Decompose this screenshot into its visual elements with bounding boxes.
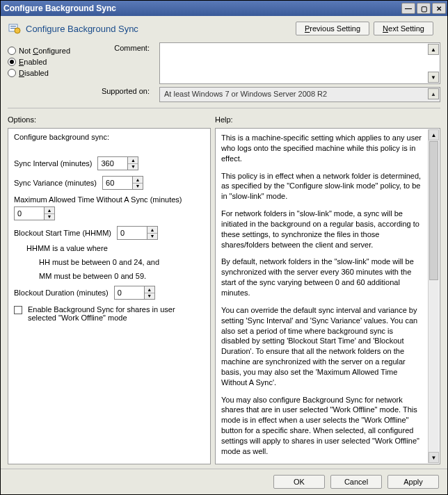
policy-icon xyxy=(8,22,22,35)
radio-enabled[interactable]: Enabled xyxy=(8,58,91,66)
spin-up-icon[interactable]: ▲ xyxy=(128,157,138,164)
scrollbar[interactable]: ▲ ▼ xyxy=(428,129,439,463)
previous-setting-button[interactable]: Previous Setting xyxy=(296,22,369,35)
radio-disabled[interactable]: Disabled xyxy=(8,69,91,77)
ok-button[interactable]: OK xyxy=(273,475,325,489)
maximize-button[interactable]: ▢ xyxy=(417,3,431,14)
radio-icon xyxy=(8,69,16,77)
radio-not-configured[interactable]: Not Configured xyxy=(8,47,91,55)
supported-on-label: Supported on: xyxy=(97,87,150,95)
spin-down-icon[interactable]: ▼ xyxy=(133,184,143,190)
max-allowed-spinner[interactable]: ▲▼ xyxy=(14,206,55,220)
hh-rule: HH must be between 0 and 24, and xyxy=(39,258,205,266)
blockout-start-label: Blockout Start Time (HHMM) xyxy=(14,229,111,237)
radio-icon xyxy=(8,58,16,66)
help-text: For network folders in "slow-link" mode,… xyxy=(221,209,423,250)
help-text: By default, network folders in the "slow… xyxy=(221,257,423,298)
max-allowed-label: Maximum Allowed Time Without A Sync (min… xyxy=(14,195,205,204)
options-pane: Configure background sync: Sync Interval… xyxy=(8,128,211,464)
svg-rect-1 xyxy=(10,26,16,27)
blockout-duration-label: Blockout Duration (minutes) xyxy=(14,289,109,297)
sync-interval-input[interactable] xyxy=(98,157,127,170)
sync-interval-label: Sync Interval (minutes) xyxy=(14,159,92,168)
scroll-down-icon[interactable]: ▼ xyxy=(429,452,439,463)
blockout-duration-spinner[interactable]: ▲▼ xyxy=(114,286,155,300)
enable-offline-checkbox[interactable] xyxy=(14,306,22,314)
spin-down-icon[interactable]: ▼ xyxy=(145,293,154,300)
help-text: This is a machine-specific setting which… xyxy=(221,133,423,164)
sync-interval-spinner[interactable]: ▲▼ xyxy=(97,156,138,170)
scroll-up-icon[interactable]: ▲ xyxy=(428,88,439,99)
page-title: Configure Background Sync xyxy=(26,24,296,34)
blockout-start-spinner[interactable]: ▲▼ xyxy=(117,226,158,240)
help-text: You may also configure Background Sync f… xyxy=(221,395,423,457)
apply-button[interactable]: Apply xyxy=(387,475,439,489)
close-button[interactable]: ✕ xyxy=(432,3,446,14)
hhmm-intro: HHMM is a value where xyxy=(26,244,205,252)
divider xyxy=(8,108,440,108)
sync-variance-label: Sync Variance (minutes) xyxy=(14,179,97,187)
scroll-down-icon[interactable]: ▼ xyxy=(428,72,439,83)
spin-down-icon[interactable]: ▼ xyxy=(128,164,138,170)
supported-on-field: At least Windows 7 or Windows Server 200… xyxy=(159,87,440,102)
mm-rule: MM must be between 0 and 59. xyxy=(39,272,205,280)
dialog-footer: OK Cancel Apply xyxy=(1,469,447,494)
spin-up-icon[interactable]: ▲ xyxy=(147,227,157,234)
titlebar: Configure Background Sync — ▢ ✕ xyxy=(1,1,447,16)
comment-textarea[interactable]: ▲ ▼ xyxy=(159,42,440,84)
cancel-button[interactable]: Cancel xyxy=(330,475,382,489)
gpo-dialog: Configure Background Sync — ▢ ✕ Configur… xyxy=(0,0,448,495)
max-allowed-input[interactable] xyxy=(15,207,44,220)
window-title: Configure Background Sync xyxy=(3,3,401,13)
spin-down-icon[interactable]: ▼ xyxy=(147,234,157,240)
options-section-title: Configure background sync: xyxy=(14,133,205,141)
help-text: You can override the default sync interv… xyxy=(221,305,423,388)
spin-up-icon[interactable]: ▲ xyxy=(45,207,54,214)
scroll-up-icon[interactable]: ▲ xyxy=(429,129,439,140)
sync-variance-input[interactable] xyxy=(103,177,132,189)
supported-on-value: At least Windows 7 or Windows Server 200… xyxy=(164,90,327,98)
spin-down-icon[interactable]: ▼ xyxy=(45,214,54,220)
options-label: Options: xyxy=(8,115,211,124)
next-setting-button[interactable]: Next Setting xyxy=(374,22,433,35)
blockout-duration-input[interactable] xyxy=(115,286,144,299)
scroll-thumb[interactable] xyxy=(429,141,438,280)
sync-variance-spinner[interactable]: ▲▼ xyxy=(102,176,143,190)
blockout-start-input[interactable] xyxy=(118,227,147,239)
comment-label: Comment: xyxy=(97,44,150,52)
help-pane: This is a machine-specific setting which… xyxy=(215,128,440,464)
svg-point-3 xyxy=(15,28,20,33)
scroll-up-icon[interactable]: ▲ xyxy=(428,44,439,55)
minimize-button[interactable]: — xyxy=(401,3,415,14)
enable-offline-label: Enable Background Sync for shares in use… xyxy=(28,305,205,322)
spin-up-icon[interactable]: ▲ xyxy=(145,286,154,293)
help-text: If you disable this setting or do not co… xyxy=(221,464,423,464)
spin-up-icon[interactable]: ▲ xyxy=(133,177,143,184)
help-label: Help: xyxy=(215,115,440,124)
radio-icon xyxy=(8,47,16,55)
help-text: This policy is in effect when a network … xyxy=(221,171,423,202)
